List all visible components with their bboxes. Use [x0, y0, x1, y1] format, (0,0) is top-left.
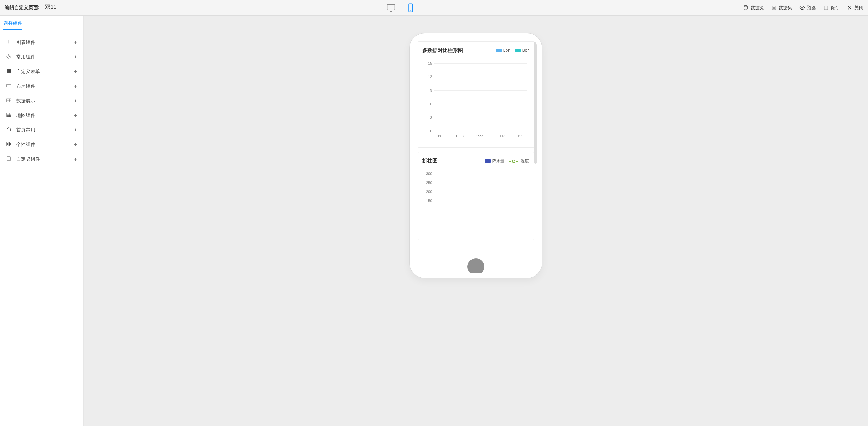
page-name-input[interactable]: 双11	[43, 4, 59, 12]
sidebar-item-icon	[6, 141, 12, 148]
expand-icon: +	[74, 142, 77, 148]
sidebar-item-label: 图表组件	[16, 39, 35, 46]
svg-point-7	[8, 56, 10, 57]
sidebar-item-label: 数据展示	[16, 98, 35, 104]
sidebar-item-icon	[6, 112, 12, 119]
sidebar-item[interactable]: 数据展示+	[0, 93, 83, 108]
device-frame-mobile: 多数据对比柱形图 Lon Bor 03691215199119931995199…	[410, 33, 542, 278]
header-title-label: 编辑自定义页面:	[5, 5, 40, 11]
sidebar-item-icon	[6, 83, 12, 89]
datasource-button[interactable]: 数据源	[743, 5, 764, 11]
chart-card-grouped-bar[interactable]: 多数据对比柱形图 Lon Bor 03691215199119931995199…	[418, 41, 534, 148]
sidebar-item-icon	[6, 54, 12, 60]
svg-rect-14	[7, 113, 11, 116]
database-icon	[743, 5, 749, 11]
sidebar-item-icon	[6, 68, 12, 75]
chart-legend: 降水量 温度	[485, 158, 529, 164]
desktop-view-icon[interactable]	[386, 4, 396, 12]
svg-rect-12	[7, 84, 11, 87]
expand-icon: +	[74, 156, 77, 162]
eye-icon	[799, 5, 805, 11]
svg-point-2	[410, 10, 411, 11]
svg-rect-18	[9, 144, 11, 146]
sidebar-item[interactable]: 常用组件+	[0, 50, 83, 64]
canvas-area: 多数据对比柱形图 Lon Bor 03691215199119931995199…	[84, 16, 868, 426]
sidebar-tab-select-components[interactable]: 选择组件	[0, 16, 83, 33]
svg-rect-13	[7, 99, 11, 102]
legend-item-precip[interactable]: 降水量	[485, 158, 504, 164]
svg-rect-17	[7, 144, 8, 146]
sidebar-item-icon	[6, 156, 12, 162]
sidebar-item-label: 个性组件	[16, 142, 35, 148]
expand-icon: +	[74, 83, 77, 89]
chart-area: 150200250300	[422, 174, 530, 238]
sidebar-item[interactable]: 自定义组件+	[0, 152, 83, 166]
legend-item-bor[interactable]: Bor	[515, 48, 529, 53]
svg-rect-11	[10, 70, 10, 72]
sidebar-item-icon	[6, 127, 12, 133]
sidebar-item-label: 首页常用	[16, 127, 35, 133]
expand-icon: +	[74, 112, 77, 119]
expand-icon: +	[74, 127, 77, 133]
save-icon	[823, 5, 829, 11]
svg-rect-6	[824, 6, 828, 10]
mobile-view-icon[interactable]	[406, 4, 415, 12]
device-scrollbar[interactable]	[534, 41, 537, 164]
sidebar-item-label: 布局组件	[16, 83, 35, 89]
close-button[interactable]: 关闭	[847, 5, 863, 11]
sidebar-item[interactable]: 自定义表单+	[0, 64, 83, 79]
sidebar-item[interactable]: 图表组件+	[0, 35, 83, 50]
svg-rect-19	[7, 157, 10, 161]
save-button[interactable]: 保存	[823, 5, 839, 11]
preview-button[interactable]: 预览	[799, 5, 816, 11]
device-scroll[interactable]: 多数据对比柱形图 Lon Bor 03691215199119931995199…	[414, 38, 537, 273]
components-sidebar: 选择组件 图表组件+常用组件+自定义表单+布局组件+数据展示+地图组件+首页常用…	[0, 16, 84, 426]
sidebar-item[interactable]: 首页常用+	[0, 123, 83, 137]
svg-rect-10	[8, 70, 9, 72]
list-icon	[771, 5, 777, 11]
sidebar-item-label: 地图组件	[16, 112, 35, 119]
expand-icon: +	[74, 54, 77, 60]
device-home-button	[467, 258, 484, 275]
sidebar-item-label: 自定义表单	[16, 69, 40, 75]
sidebar-item[interactable]: 布局组件+	[0, 79, 83, 93]
svg-rect-15	[7, 142, 8, 144]
svg-rect-16	[9, 142, 11, 144]
svg-point-3	[744, 5, 748, 7]
sidebar-item-label: 常用组件	[16, 54, 35, 60]
close-icon	[847, 5, 852, 11]
expand-icon: +	[74, 98, 77, 104]
sidebar-item-icon	[6, 39, 12, 46]
sidebar-item-label: 自定义组件	[16, 156, 40, 162]
legend-item-temp[interactable]: 温度	[509, 158, 529, 164]
sidebar-item-icon	[6, 97, 12, 104]
chart-legend: Lon Bor	[496, 48, 529, 53]
dataset-button[interactable]: 数据集	[771, 5, 792, 11]
expand-icon: +	[74, 69, 77, 75]
editor-header: 编辑自定义页面: 双11 数据源 数据集 预览	[0, 0, 868, 16]
sidebar-item[interactable]: 地图组件+	[0, 108, 83, 123]
chart-area: 0369121519911993199519971999	[422, 63, 530, 141]
svg-point-5	[801, 7, 803, 8]
svg-rect-9	[8, 70, 8, 72]
svg-rect-0	[387, 4, 395, 10]
expand-icon: +	[74, 39, 77, 46]
sidebar-item[interactable]: 个性组件+	[0, 137, 83, 152]
legend-item-lon[interactable]: Lon	[496, 48, 510, 53]
chart-card-bar-line[interactable]: 折柱图 降水量 温度 150200250300	[418, 152, 534, 240]
